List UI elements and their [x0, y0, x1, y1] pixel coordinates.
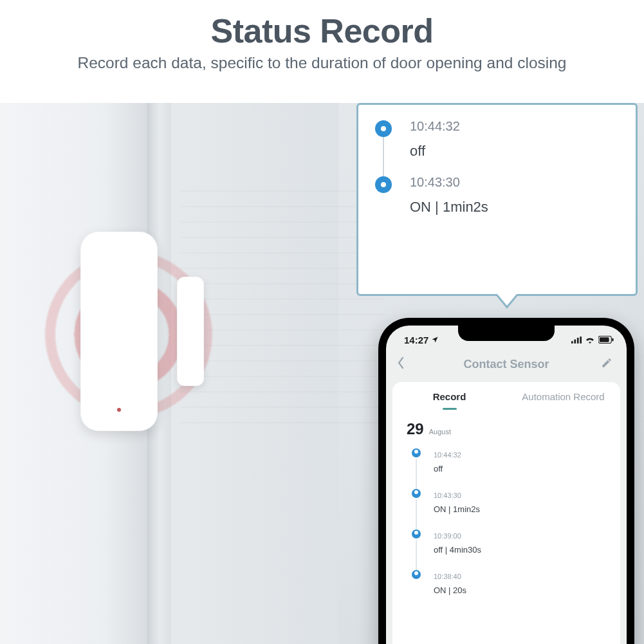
timeline-item[interactable]: 10:44:32 off: [410, 445, 607, 485]
pencil-icon: [601, 357, 612, 369]
back-button[interactable]: [396, 356, 412, 372]
statusbar-left: 14:27: [404, 335, 439, 345]
event-state: ON | 1min2s: [410, 199, 488, 216]
location-arrow-icon: [431, 335, 439, 345]
page-title: Status Record: [0, 12, 644, 50]
timeline-dot-icon: [375, 176, 392, 193]
timeline-dot-icon: [375, 120, 392, 137]
page-subtitle: Record each data, specific to the durati…: [0, 54, 644, 72]
tab-automation-record[interactable]: Automation Record: [506, 391, 620, 409]
timeline-connector: [383, 137, 384, 178]
svg-rect-5: [600, 337, 609, 342]
app-bar-title: Contact Sensor: [463, 358, 549, 371]
app-bar: Contact Sensor: [386, 350, 627, 378]
callout-event: 10:43:30 ON | 1min2s: [375, 175, 623, 231]
callout-event: 10:44:32 off: [375, 119, 623, 175]
svg-rect-0: [571, 341, 573, 344]
svg-rect-3: [580, 336, 582, 344]
status-callout: 10:44:32 off 10:43:30 ON | 1min2s: [356, 103, 638, 296]
timeline-connector: [416, 540, 417, 570]
sensor-magnet: [177, 277, 204, 386]
page-header: Status Record Record each data, specific…: [0, 0, 644, 72]
tab-record[interactable]: Record: [392, 391, 506, 409]
chevron-left-icon: [396, 356, 405, 369]
timeline-time: 10:44:32: [434, 451, 607, 459]
event-time: 10:44:32: [410, 119, 460, 134]
phone-notch: [458, 326, 555, 341]
timeline-item[interactable]: 10:38:40 ON | 20s: [410, 566, 607, 607]
tabs: Record Automation Record: [392, 382, 620, 409]
timeline-state: ON | 1min2s: [434, 504, 607, 514]
svg-rect-6: [612, 338, 613, 342]
phone-mockup: 14:27 Contact Sensor: [378, 318, 634, 644]
callout-event-text: 10:43:30 ON | 1min2s: [410, 175, 488, 216]
door-sensor: [13, 212, 219, 444]
callout-tail-inner: [497, 294, 517, 306]
callout-event-text: 10:44:32 off: [410, 119, 460, 160]
statusbar-right: [571, 336, 614, 344]
svg-rect-1: [574, 339, 576, 343]
signal-icon: [571, 336, 582, 344]
svg-rect-2: [577, 337, 579, 343]
record-card: Record Automation Record 29 August 10:44…: [392, 382, 620, 644]
timeline-state: off: [434, 464, 607, 474]
battery-icon: [598, 336, 614, 344]
timeline-time: 10:38:40: [434, 573, 607, 580]
timeline-item[interactable]: 10:43:30 ON | 1min2s: [410, 485, 607, 526]
event-state: off: [410, 143, 460, 160]
timeline: 10:44:32 off 10:43:30 ON | 1min2s 10:39:…: [392, 442, 620, 607]
edit-button[interactable]: [601, 357, 616, 371]
timeline-state: off | 4min30s: [434, 545, 607, 555]
timeline-time: 10:39:00: [434, 532, 607, 540]
date-month: August: [429, 428, 451, 436]
date-day: 29: [407, 420, 424, 438]
date-header: 29 August: [392, 409, 620, 442]
timeline-connector: [416, 499, 417, 529]
timeline-time: 10:43:30: [434, 492, 607, 499]
phone-screen: 14:27 Contact Sensor: [386, 326, 627, 644]
timeline-connector: [416, 459, 417, 489]
statusbar-time: 14:27: [404, 335, 428, 345]
event-time: 10:43:30: [410, 175, 488, 190]
sensor-body: [80, 232, 158, 431]
wifi-icon: [585, 336, 595, 344]
timeline-state: ON | 20s: [434, 585, 607, 595]
timeline-item[interactable]: 10:39:00 off | 4min30s: [410, 526, 607, 566]
